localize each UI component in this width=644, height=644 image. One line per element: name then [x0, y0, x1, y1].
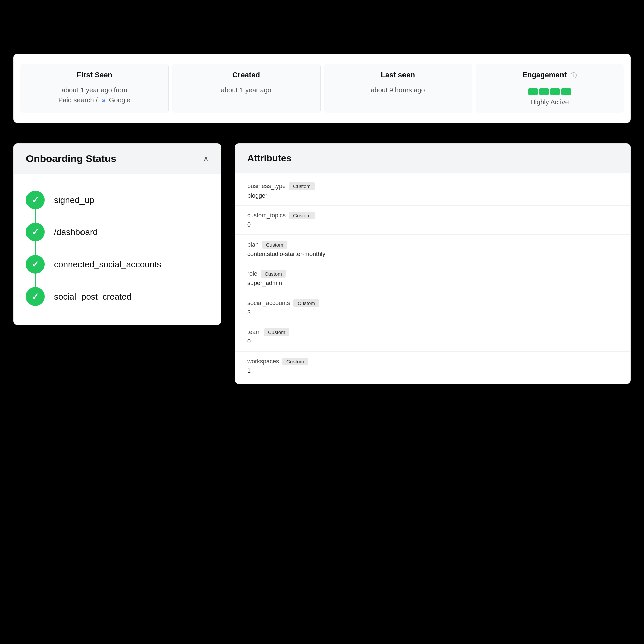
first-seen-source: Paid search / G Google: [58, 96, 130, 104]
attr-key: role: [247, 270, 257, 277]
eng-bar-3: [550, 88, 560, 95]
attr-key: team: [247, 329, 261, 336]
step-check-icon: ✓: [32, 259, 39, 270]
attr-key: plan: [247, 241, 259, 248]
attribute-row: business_typeCustomblogger: [235, 176, 630, 206]
engagement-label: Engagement i: [522, 71, 577, 79]
attr-key: social_accounts: [247, 300, 290, 307]
attr-badge: Custom: [282, 358, 308, 365]
attribute-row: social_accountsCustom3: [235, 293, 630, 322]
step-item: ✓connected_social_accounts: [26, 248, 209, 280]
attr-badge: Custom: [261, 270, 286, 278]
attr-key: workspaces: [247, 358, 279, 365]
created-value: about 1 year ago: [221, 85, 271, 95]
attr-top: roleCustom: [247, 270, 618, 278]
attr-key: custom_topics: [247, 212, 286, 219]
attr-badge: Custom: [289, 182, 315, 190]
attr-top: planCustom: [247, 241, 618, 249]
attribute-row: workspacesCustom1: [235, 352, 630, 380]
last-seen-value: about 9 hours ago: [371, 85, 425, 95]
attr-top: teamCustom: [247, 328, 618, 336]
attr-top: workspacesCustom: [247, 358, 618, 365]
step-label: social_post_created: [54, 291, 131, 302]
last-seen-label: Last seen: [381, 71, 415, 79]
onboarding-header: Onboarding Status ∧: [14, 144, 221, 174]
created-label: Created: [232, 71, 260, 79]
attr-value: 3: [247, 309, 618, 316]
first-seen-label: First Seen: [76, 71, 112, 79]
engagement-info-icon[interactable]: i: [571, 72, 577, 78]
step-label: connected_social_accounts: [54, 259, 161, 270]
step-check-icon: ✓: [32, 195, 39, 205]
step-circle: ✓: [26, 191, 45, 209]
step-list: ✓signed_up✓/dashboard✓connected_social_a…: [26, 184, 209, 313]
step-label: signed_up: [54, 195, 94, 205]
attr-badge: Custom: [262, 241, 287, 249]
step-circle: ✓: [26, 223, 45, 241]
attr-badge: Custom: [264, 328, 289, 336]
stats-bar: First Seen about 1 year ago from Paid se…: [13, 54, 631, 123]
eng-bar-2: [539, 88, 549, 95]
attributes-header: Attributes: [235, 144, 630, 173]
onboarding-title: Onboarding Status: [26, 153, 116, 164]
attr-top: custom_topicsCustom: [247, 212, 618, 219]
step-circle: ✓: [26, 287, 45, 306]
attribute-row: roleCustomsuper_admin: [235, 264, 630, 293]
google-text: Google: [109, 96, 131, 104]
attr-value: 0: [247, 221, 618, 228]
bottom-section: Onboarding Status ∧ ✓signed_up✓/dashboar…: [13, 143, 631, 384]
stat-first-seen: First Seen about 1 year ago from Paid se…: [20, 64, 169, 113]
attr-value: contentstudio-starter-monthly: [247, 251, 618, 258]
stat-engagement: Engagement i Highly Active: [476, 64, 624, 113]
step-check-icon: ✓: [32, 291, 39, 302]
attributes-body: business_typeCustombloggercustom_topicsC…: [235, 173, 630, 384]
attributes-card: Attributes business_typeCustombloggercus…: [235, 143, 631, 384]
paid-search-text: Paid search /: [58, 96, 98, 104]
attr-badge: Custom: [293, 299, 319, 307]
attributes-title: Attributes: [247, 153, 291, 163]
attr-badge: Custom: [289, 212, 315, 219]
attr-key: business_type: [247, 183, 286, 190]
step-check-icon: ✓: [32, 227, 39, 237]
attribute-row: custom_topicsCustom0: [235, 206, 630, 235]
attr-top: social_accountsCustom: [247, 299, 618, 307]
step-item: ✓/dashboard: [26, 216, 209, 248]
engagement-bars: [528, 88, 571, 95]
first-seen-line1: about 1 year ago from: [62, 85, 127, 95]
eng-bar-4: [561, 88, 571, 95]
stat-last-seen: Last seen about 9 hours ago: [324, 64, 472, 113]
attr-value: blogger: [247, 192, 618, 199]
stat-created: Created about 1 year ago: [172, 64, 320, 113]
attr-value: super_admin: [247, 280, 618, 287]
attr-value: 0: [247, 338, 618, 345]
attr-value: 1: [247, 367, 618, 374]
attribute-row: planCustomcontentstudio-starter-monthly: [235, 235, 630, 264]
onboarding-body: ✓signed_up✓/dashboard✓connected_social_a…: [14, 174, 221, 325]
onboarding-card: Onboarding Status ∧ ✓signed_up✓/dashboar…: [13, 143, 221, 325]
engagement-value: Highly Active: [530, 98, 569, 106]
attr-top: business_typeCustom: [247, 182, 618, 190]
step-label: /dashboard: [54, 227, 98, 237]
step-item: ✓signed_up: [26, 184, 209, 216]
collapse-icon[interactable]: ∧: [203, 154, 209, 163]
attribute-row: teamCustom0: [235, 322, 630, 352]
eng-bar-1: [528, 88, 538, 95]
step-circle: ✓: [26, 255, 45, 274]
google-icon: G: [100, 97, 107, 104]
step-item: ✓social_post_created: [26, 280, 209, 313]
